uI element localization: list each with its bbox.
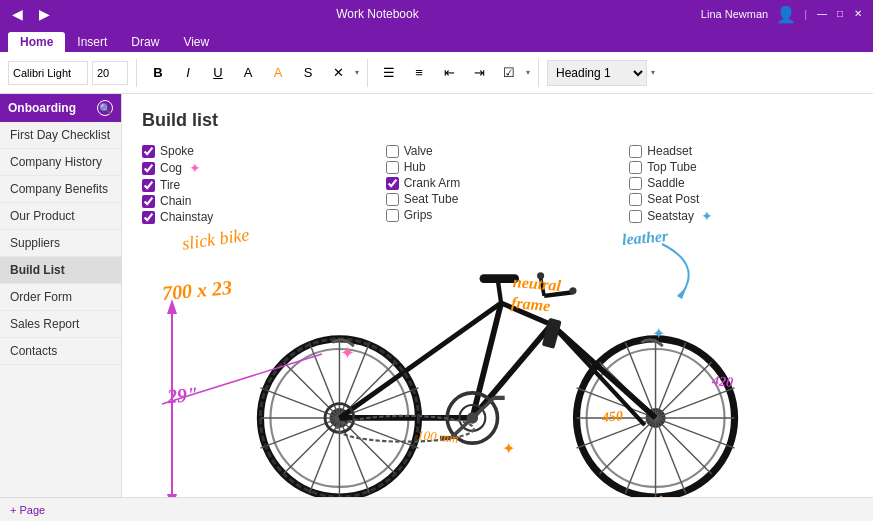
indent-button[interactable]: ⇥	[466, 60, 492, 86]
svg-marker-48	[167, 299, 177, 314]
check-item-hub: Hub	[386, 159, 610, 175]
check-item-tire: Tire	[142, 177, 366, 193]
outdent-button[interactable]: ⇤	[436, 60, 462, 86]
minimize-button[interactable]: —	[815, 7, 829, 21]
check-item-seat-post: Seat Post	[629, 191, 853, 207]
checkbox-hub[interactable]	[386, 161, 399, 174]
font-color-button[interactable]: A	[265, 60, 291, 86]
divider-3	[538, 59, 539, 87]
sidebar-item-build-list[interactable]: Build List	[0, 257, 121, 284]
check-item-saddle: Saddle	[629, 175, 853, 191]
clear-format-button[interactable]: ✕	[325, 60, 351, 86]
page-content: Build list Spoke Cog ✦ Ti	[122, 94, 873, 497]
star-cog-area: ✦	[340, 342, 355, 364]
checkbox-seat-tube[interactable]	[386, 193, 399, 206]
checkbox-saddle[interactable]	[629, 177, 642, 190]
italic-button[interactable]: I	[175, 60, 201, 86]
check-item-grips: Grips	[386, 207, 610, 223]
list-dropdown-arrow[interactable]: ▾	[526, 68, 530, 77]
label-chain: Chain	[160, 194, 191, 208]
checkbox-seat-post[interactable]	[629, 193, 642, 206]
svg-rect-35	[480, 274, 520, 283]
label-grips: Grips	[404, 208, 433, 222]
heading-style-select[interactable]: Heading 1 Heading 2 Normal	[547, 60, 647, 86]
back-button[interactable]: ◀	[8, 6, 27, 22]
search-icon[interactable]: 🔍	[97, 100, 113, 116]
sidebar-header: Onboarding 🔍	[0, 94, 121, 122]
sidebar-item-order-form[interactable]: Order Form	[0, 284, 121, 311]
svg-marker-49	[167, 494, 177, 497]
highlight-button[interactable]: A	[235, 60, 261, 86]
check-item-spoke: Spoke	[142, 143, 366, 159]
checkbox-headset[interactable]	[629, 145, 642, 158]
tab-draw[interactable]: Draw	[119, 32, 171, 52]
heading-dropdown-arrow[interactable]: ▾	[651, 68, 655, 77]
underline-button[interactable]: U	[205, 60, 231, 86]
tab-insert[interactable]: Insert	[65, 32, 119, 52]
tab-view[interactable]: View	[171, 32, 221, 52]
label-headset: Headset	[647, 144, 692, 158]
sidebar-item-first-day[interactable]: First Day Checklist	[0, 122, 121, 149]
bold-button[interactable]: B	[145, 60, 171, 86]
checkbox-tire[interactable]	[142, 179, 155, 192]
sidebar-item-sales-report[interactable]: Sales Report	[0, 311, 121, 338]
label-crank-arm: Crank Arm	[404, 176, 461, 190]
checkbox-cog[interactable]	[142, 162, 155, 175]
svg-line-50	[162, 354, 322, 404]
check-item-chainstay: Chainstay	[142, 209, 366, 225]
maximize-button[interactable]: □	[833, 7, 847, 21]
checkbox-button[interactable]: ☑	[496, 60, 522, 86]
window-controls: — □ ✕	[815, 7, 865, 21]
star-fork-area: ✦	[502, 439, 515, 458]
check-item-seat-tube: Seat Tube	[386, 191, 610, 207]
forward-button[interactable]: ▶	[35, 6, 54, 22]
checkbox-top-tube[interactable]	[629, 161, 642, 174]
label-seatstay: Seatstay	[647, 209, 694, 223]
star-seatstay-area: ✦	[652, 324, 665, 343]
tab-home[interactable]: Home	[8, 32, 65, 52]
checkbox-chainstay[interactable]	[142, 211, 155, 224]
checkbox-spoke[interactable]	[142, 145, 155, 158]
font-size-input[interactable]	[92, 61, 128, 85]
status-bar: + Page	[0, 497, 873, 521]
checkbox-valve[interactable]	[386, 145, 399, 158]
label-valve: Valve	[404, 144, 433, 158]
seatstay-star-icon: ✦	[701, 208, 713, 224]
checkbox-seatstay[interactable]	[629, 210, 642, 223]
sidebar-item-company-benefits[interactable]: Company Benefits	[0, 176, 121, 203]
label-top-tube: Top Tube	[647, 160, 696, 174]
leather-arrow-svg	[602, 224, 722, 304]
user-icon: 👤	[776, 5, 796, 24]
title-bar-left: ◀ ▶	[8, 6, 54, 22]
svg-point-32	[537, 272, 544, 279]
svg-line-31	[541, 278, 545, 296]
strikethrough-button[interactable]: S	[295, 60, 321, 86]
sidebar-item-company-history[interactable]: Company History	[0, 149, 121, 176]
divider-2	[367, 59, 368, 87]
label-spoke: Spoke	[160, 144, 194, 158]
sidebar: Onboarding 🔍 First Day Checklist Company…	[0, 94, 122, 497]
check-item-chain: Chain	[142, 193, 366, 209]
title-bar: ◀ ▶ Work Notebook Lina Newman 👤 | — □ ✕	[0, 0, 873, 28]
checkbox-crank-arm[interactable]	[386, 177, 399, 190]
ordered-list-button[interactable]: ≡	[406, 60, 432, 86]
add-page-button[interactable]: + Page	[10, 504, 45, 516]
font-family-input[interactable]	[8, 61, 88, 85]
check-item-crank-arm: Crank Arm	[386, 175, 610, 191]
close-button[interactable]: ✕	[851, 7, 865, 21]
sidebar-item-suppliers[interactable]: Suppliers	[0, 230, 121, 257]
label-tire: Tire	[160, 178, 180, 192]
check-item-cog: Cog ✦	[142, 159, 366, 177]
checkbox-chain[interactable]	[142, 195, 155, 208]
separator: |	[804, 8, 807, 20]
label-seat-tube: Seat Tube	[404, 192, 459, 206]
sidebar-item-contacts[interactable]: Contacts	[0, 338, 121, 365]
checkbox-grips[interactable]	[386, 209, 399, 222]
sidebar-item-our-product[interactable]: Our Product	[0, 203, 121, 230]
label-saddle: Saddle	[647, 176, 684, 190]
svg-marker-46	[677, 286, 687, 299]
format-dropdown-arrow[interactable]: ▾	[355, 68, 359, 77]
page-title: Build list	[142, 110, 853, 131]
bullet-list-button[interactable]: ☰	[376, 60, 402, 86]
title-bar-right: Lina Newman 👤 | — □ ✕	[701, 5, 865, 24]
